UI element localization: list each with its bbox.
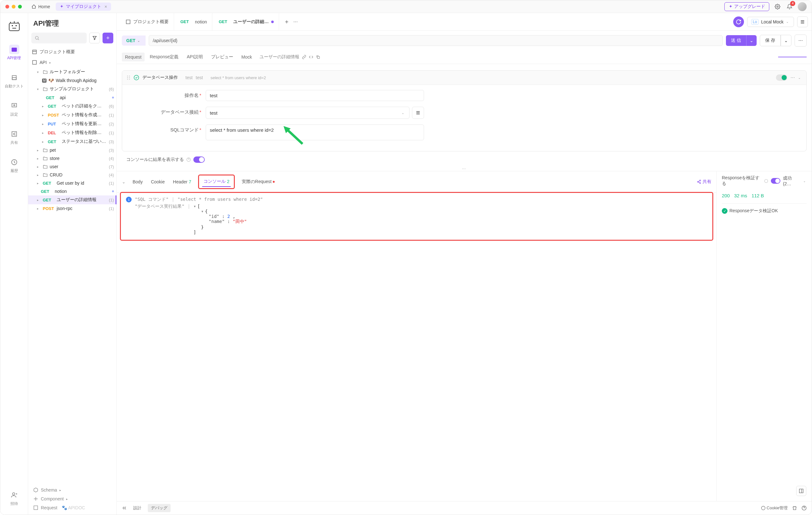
- svg-rect-13: [33, 50, 36, 54]
- help-icon[interactable]: [764, 179, 768, 183]
- method-selector[interactable]: GET ⌄: [122, 35, 146, 46]
- collapse-icon[interactable]: ▾: [193, 204, 196, 209]
- tree-sample[interactable]: ▾ サンプルプロジェクト (6): [28, 85, 116, 93]
- rail-api[interactable]: API管理: [0, 43, 28, 63]
- chevron-down-icon[interactable]: ⌄: [803, 179, 807, 183]
- svg-point-11: [12, 493, 14, 495]
- copy-icon[interactable]: [316, 55, 320, 59]
- subtab-preview[interactable]: プレビュー: [208, 52, 236, 62]
- item-count: (1): [109, 198, 114, 202]
- tree-notion[interactable]: GET notion: [28, 187, 116, 195]
- footer-debug-tab[interactable]: デバッグ: [148, 504, 171, 512]
- item-label: ユーザーの詳細情報: [57, 197, 96, 203]
- rail-test[interactable]: 自動テスト: [0, 71, 28, 91]
- api-root-row[interactable]: API ▸: [28, 57, 116, 67]
- svg-point-26: [700, 180, 701, 181]
- refresh-button[interactable]: [733, 17, 744, 27]
- request-row[interactable]: Request 🐾 APIDOC: [32, 503, 113, 512]
- chevron-down-icon[interactable]: ⌄: [798, 76, 802, 80]
- share-button[interactable]: 共有: [697, 179, 712, 185]
- select-conn[interactable]: test ⌄: [206, 107, 409, 119]
- collapse-icon[interactable]: ▾: [201, 209, 203, 214]
- rail-settings[interactable]: 設定: [0, 99, 28, 119]
- tab-notion[interactable]: GET notion: [175, 13, 212, 30]
- input-name[interactable]: test: [206, 90, 424, 101]
- tree-store[interactable]: ▸ store (4): [28, 154, 116, 162]
- tree-pet[interactable]: ▸ pet (3): [28, 146, 116, 154]
- component-label: Component: [41, 496, 64, 502]
- tree-jsonrpc[interactable]: ▸POST json-rpc (1): [28, 204, 116, 213]
- filter-button[interactable]: [89, 33, 100, 44]
- window-maximize[interactable]: [18, 5, 22, 8]
- window-minimize[interactable]: [12, 5, 16, 8]
- env-menu-button[interactable]: [797, 17, 808, 27]
- validate-toggle[interactable]: [771, 178, 780, 184]
- subtab-response[interactable]: Response定義: [146, 52, 182, 62]
- collapse-icon[interactable]: [122, 506, 127, 511]
- project-tab[interactable]: マイプロジェクト ×: [56, 3, 111, 11]
- tree-pet-detail[interactable]: ▸GET ペットの詳細をク… (6): [28, 102, 116, 111]
- rail-share[interactable]: 共有: [0, 127, 28, 147]
- more-tabs-button[interactable]: ⋯: [292, 18, 299, 26]
- subtab-apidoc[interactable]: API説明: [183, 52, 206, 62]
- resp-tab-console[interactable]: コンソール 2: [202, 177, 231, 187]
- textarea-sql[interactable]: select * from users where id=2: [206, 125, 424, 140]
- home-tab[interactable]: Home: [28, 3, 53, 10]
- drag-icon[interactable]: [126, 75, 130, 80]
- subtab-mock[interactable]: Mock: [238, 53, 255, 61]
- help-icon[interactable]: [186, 157, 191, 162]
- url-input[interactable]: /api/user/{id}: [149, 35, 723, 46]
- help-icon[interactable]: [802, 506, 807, 511]
- upgrade-button[interactable]: アップグレード: [724, 2, 769, 11]
- tree-crud[interactable]: ▸ CRUD (4): [28, 171, 116, 179]
- tree-status[interactable]: ▸GET ステータスに基づい… (3): [28, 137, 116, 146]
- conn-config-button[interactable]: [412, 107, 424, 119]
- save-dropdown[interactable]: ⌄: [781, 35, 791, 46]
- code-icon[interactable]: [309, 55, 313, 59]
- tree-pet-update[interactable]: ▸PUT ペット情報を更新… (2): [28, 119, 116, 128]
- rail-label: 履歴: [10, 168, 18, 173]
- resp-tab-cookie[interactable]: Cookie: [150, 178, 166, 186]
- collapse-icon[interactable]: ⌄: [122, 179, 126, 184]
- settings-icon-button[interactable]: [774, 3, 781, 10]
- send-button[interactable]: 送 信: [726, 35, 746, 46]
- project-overview-row[interactable]: プロジェクト概要: [28, 47, 116, 57]
- footer-design-tab[interactable]: 設計: [130, 504, 145, 512]
- tab-userdetail[interactable]: GET ユーザーの詳細…: [213, 13, 279, 30]
- resp-tab-header[interactable]: Header 7: [172, 178, 193, 186]
- cookie-manage-button[interactable]: Cookie管理: [761, 505, 788, 511]
- close-icon[interactable]: ×: [105, 4, 107, 9]
- search-input[interactable]: [31, 33, 87, 44]
- layout-button[interactable]: [796, 486, 806, 496]
- link-icon[interactable]: [302, 55, 306, 59]
- rail-invite[interactable]: 招待: [0, 488, 28, 508]
- tree-getuser[interactable]: ▸GET Get user by id (1): [28, 179, 116, 187]
- console-toggle[interactable]: [193, 157, 205, 163]
- send-dropdown[interactable]: ⌄: [746, 35, 757, 46]
- tree-api-item[interactable]: GET api: [28, 93, 116, 102]
- tree-user[interactable]: ▸ user (7): [28, 162, 116, 171]
- component-row[interactable]: Component ▸: [32, 494, 113, 503]
- new-tab-button[interactable]: [283, 18, 290, 26]
- add-button[interactable]: +: [103, 33, 113, 44]
- tree-walk[interactable]: M 🐶 Walk through Apidog: [28, 76, 116, 85]
- tshirt-icon[interactable]: [792, 506, 797, 511]
- save-button[interactable]: 保 存: [760, 35, 781, 46]
- tree-pet-create[interactable]: ▸POST ペット情報を作成… (1): [28, 111, 116, 119]
- window-close[interactable]: [5, 5, 9, 8]
- tree-pet-delete[interactable]: ▸DEL ペット情報を削除… (1): [28, 128, 116, 137]
- resp-tab-actual[interactable]: 実際のRequest: [240, 177, 276, 187]
- tree-root-folder[interactable]: ▾ ルートフォルダー: [28, 67, 116, 76]
- enable-toggle[interactable]: [776, 75, 787, 81]
- schema-row[interactable]: Schema ▸: [32, 486, 113, 494]
- tab-overview[interactable]: プロジェクト概要: [121, 13, 174, 30]
- resp-tab-body[interactable]: Body: [131, 178, 144, 186]
- subtab-request[interactable]: Request: [122, 53, 145, 61]
- user-avatar[interactable]: [798, 2, 807, 11]
- more-icon[interactable]: ⋯: [790, 75, 795, 80]
- more-button[interactable]: ⋯: [794, 34, 807, 47]
- environment-selector[interactable]: Lo Local Mock ⌄: [747, 17, 794, 27]
- notifications-button[interactable]: 4: [786, 3, 793, 10]
- tree-userdetail[interactable]: ▸GET ユーザーの詳細情報 (1): [28, 195, 116, 204]
- rail-history[interactable]: 履歴: [0, 156, 28, 175]
